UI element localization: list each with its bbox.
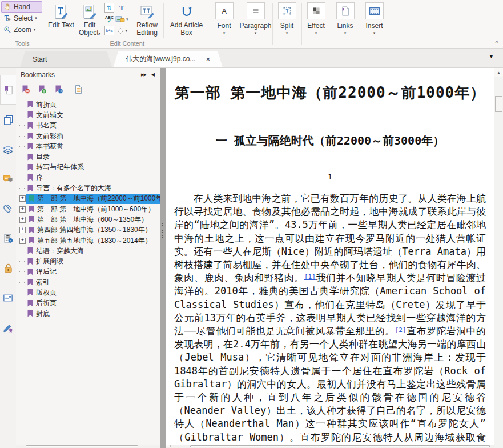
add-article-box-button[interactable]: Add Article Box xyxy=(166,1,207,37)
links-button[interactable]: Links ▾ xyxy=(331,0,360,48)
expand-plus-icon[interactable]: + xyxy=(19,227,26,233)
bookmark-item[interactable]: 导言：有多个名字的大海 xyxy=(16,183,160,193)
edit-text-button[interactable]: Edit Text xyxy=(47,1,75,29)
panel-splitter[interactable] xyxy=(160,68,166,448)
edit-content-group: Edit Text Edit Object▾ ⇅ ABC✓ b+a T ▾ xyxy=(45,0,210,48)
comments-panel-button[interactable] xyxy=(0,164,16,194)
dropdown-arrow-icon[interactable]: ▾ xyxy=(126,17,128,22)
bookmark-item[interactable]: 版权页 xyxy=(16,287,160,298)
bookmark-item[interactable]: 转写与纪年体系 xyxy=(16,162,160,173)
tab-document[interactable]: 伟大的海[www.j9p.co... × xyxy=(113,51,223,67)
expand-plus-icon[interactable]: + xyxy=(19,238,26,244)
bookmark-icon xyxy=(28,215,35,223)
split-button[interactable]: Split ▾ xyxy=(273,0,301,48)
image-annotation-button[interactable]: ▾ xyxy=(115,14,128,25)
tab-list-dropdown-icon[interactable]: ▼ xyxy=(489,54,494,59)
spell-check-icon: ABC✓ xyxy=(105,15,114,23)
bookmark-item-selected[interactable]: +第一部 第一地中海（前22000～前1000年） xyxy=(16,194,160,204)
expand-plus-icon[interactable]: + xyxy=(19,206,26,213)
bookmark-item[interactable]: +第五部 第五地中海（1830～2014年） xyxy=(16,235,160,246)
merge-text-button[interactable]: ⇅ xyxy=(104,2,114,13)
panel-collapse-icon[interactable]: ◀ xyxy=(151,72,155,77)
dropdown-arrow-icon[interactable]: ▾ xyxy=(344,31,347,35)
bookmark-item[interactable]: +第三部 第三地中海（600～1350年） xyxy=(16,214,160,225)
dropdown-arrow-icon[interactable]: ▾ xyxy=(286,31,288,35)
expand-current-bookmark-button[interactable] xyxy=(74,85,83,94)
delete-bookmark-button[interactable] xyxy=(21,85,30,94)
bookmark-item[interactable]: 后折页 xyxy=(16,298,160,309)
layers-panel-button[interactable] xyxy=(0,134,16,164)
bookmark-item[interactable]: 序 xyxy=(16,173,160,183)
split-icon xyxy=(278,2,296,19)
form-fields-panel-button[interactable] xyxy=(0,283,16,313)
footnote-link-1[interactable]: [1] xyxy=(304,273,316,281)
close-tab-icon[interactable]: × xyxy=(206,57,210,62)
expand-plus-icon[interactable]: + xyxy=(19,195,26,202)
image-annotation-icon xyxy=(115,15,125,23)
bookmark-icon xyxy=(27,142,34,150)
dropdown-arrow-icon[interactable]: ▾ xyxy=(99,31,101,35)
bookmark-item[interactable]: 目录 xyxy=(16,151,160,162)
bookmarks-panel-button[interactable] xyxy=(0,75,16,105)
bookmark-item[interactable]: +第二部 第二地中海（前1000～600年） xyxy=(16,204,160,214)
font-button[interactable]: A Font ▾ xyxy=(210,0,239,48)
zoom-tool-button[interactable]: Zoom ▾ xyxy=(1,24,42,35)
collapse-ribbon-button[interactable]: ^ xyxy=(495,40,498,45)
add-text-button[interactable]: T xyxy=(115,2,128,13)
bookmark-item[interactable]: 书名页 xyxy=(16,121,160,131)
vscroll-thumb[interactable] xyxy=(495,96,502,112)
shape-tool-button[interactable]: ▾ xyxy=(115,25,128,36)
navigation-rail xyxy=(0,68,16,448)
panel-expand-icon[interactable]: ▶▶ xyxy=(141,73,146,77)
paragraph-button[interactable]: Paragraph ▾ xyxy=(239,0,272,48)
bookmark-item[interactable]: 索引 xyxy=(16,277,160,287)
digital-signatures-panel-button[interactable] xyxy=(0,223,16,253)
doc-hscroll-thumb[interactable] xyxy=(190,445,490,447)
bookmark-item[interactable]: 前折页 xyxy=(16,99,160,110)
scroll-up-button[interactable]: ▴ xyxy=(494,68,503,77)
footnote-link-2[interactable]: [2] xyxy=(395,326,407,334)
bookmark-item[interactable]: 本书获誉 xyxy=(16,141,160,151)
bookmark-item[interactable]: 扩展阅读 xyxy=(16,256,160,266)
bookmarks-panel-header: Bookmarks ▶▶ ◀ xyxy=(16,68,160,81)
locate-bookmark-button[interactable] xyxy=(54,85,63,94)
bookmarks-panel-title: Bookmarks xyxy=(21,71,55,79)
dropdown-arrow-icon[interactable]: ▾ xyxy=(223,31,226,35)
body-paragraph: 在人类来到地中海之前，它已有数百万年的历史了。从人类在海上航行以寻找定居地、食物… xyxy=(174,192,486,448)
dropdown-arrow-icon[interactable]: ▾ xyxy=(315,31,317,35)
spell-check-button[interactable]: ABC✓ xyxy=(104,14,114,25)
add-bookmark-button[interactable] xyxy=(38,85,47,94)
pdf-page: 第一部 第一地中海（前22000～前1000年） 一 孤立与隔绝时代（前2200… xyxy=(166,68,494,448)
reflow-editing-button[interactable]: Reflow Editing xyxy=(134,1,161,37)
page-thumbnails-button[interactable] xyxy=(0,105,16,134)
bookmark-item[interactable]: 文前辅文 xyxy=(16,110,160,120)
panel-horizontal-scrollbar[interactable] xyxy=(16,445,160,448)
insert-button[interactable]: Insert ▾ xyxy=(360,0,389,48)
select-tool-button[interactable]: Select ▾ xyxy=(1,13,42,24)
paragraph-text: 直布罗陀岩洞中的发现表明，在2.4万年前，有另一个人类种群在眺望大海另一端的摩西… xyxy=(174,325,486,448)
sign-panel-button[interactable] xyxy=(0,313,16,342)
effect-button[interactable]: Effect ▾ xyxy=(302,0,331,48)
autotext-button[interactable]: b+a xyxy=(104,25,114,36)
dropdown-arrow-icon[interactable]: ▾ xyxy=(373,31,376,35)
attachments-panel-button[interactable] xyxy=(0,194,16,223)
bookmark-item[interactable]: 封底 xyxy=(16,309,160,319)
bookmark-item[interactable]: 文前彩插 xyxy=(16,131,160,141)
edit-object-button[interactable]: Edit Object▾ xyxy=(76,1,103,37)
hscroll-left-button[interactable] xyxy=(166,445,171,447)
document-horizontal-scrollbar[interactable] xyxy=(166,445,494,448)
panel-hscroll-thumb[interactable] xyxy=(26,445,138,447)
expand-plus-icon[interactable]: + xyxy=(19,217,26,223)
dropdown-arrow-icon[interactable]: ▾ xyxy=(126,29,128,33)
hand-tool-button[interactable]: Hand xyxy=(1,1,42,13)
security-panel-button[interactable] xyxy=(0,253,16,283)
bookmark-item[interactable]: 结语：穿越大海 xyxy=(16,246,160,256)
dropdown-arrow-icon[interactable]: ▾ xyxy=(35,16,37,21)
document-vertical-scrollbar[interactable]: ▴ xyxy=(494,68,503,448)
tab-start[interactable]: Start xyxy=(20,51,112,67)
dropdown-arrow-icon[interactable]: ▾ xyxy=(34,27,36,32)
dropdown-arrow-icon[interactable]: ▾ xyxy=(255,31,257,35)
bookmark-item[interactable]: +第四部 第四地中海（1350～1830年） xyxy=(16,225,160,235)
bookmark-item[interactable]: 译后记 xyxy=(16,267,160,277)
splitter-grip[interactable] xyxy=(162,221,164,242)
